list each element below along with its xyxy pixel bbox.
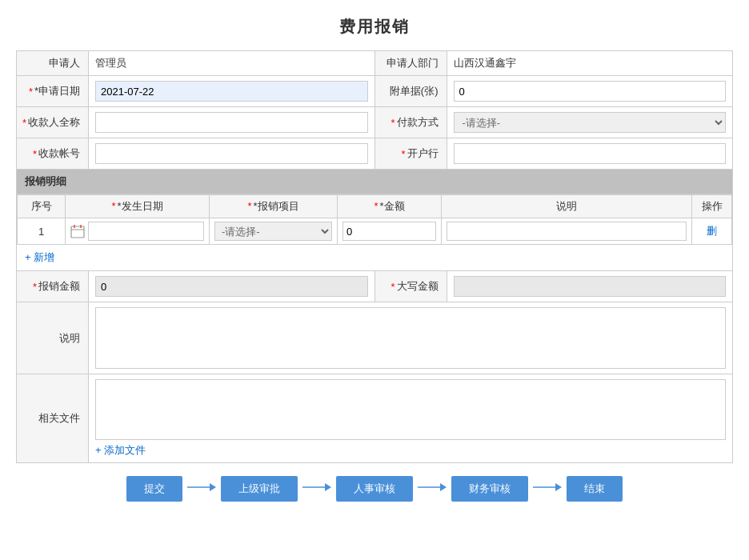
total-label: *报销金额 (17, 271, 89, 302)
table-header-row: 序号 **发生日期 **报销项目 **金额 说明 操作 (18, 195, 732, 218)
finance-review-button[interactable]: 财务审核 (451, 476, 528, 502)
row-account: *收款帐号 *开户行 (17, 138, 732, 170)
half-dept: 申请人部门 山西汉通鑫宇 (375, 51, 733, 75)
account-val[interactable] (89, 138, 374, 169)
uppercase-input[interactable] (454, 276, 727, 297)
file-value: + 添加文件 (89, 374, 732, 462)
col-remark: 说明 (442, 195, 692, 218)
dept-text: 山西汉通鑫宇 (454, 56, 516, 70)
applicant-label: 申请人 (17, 51, 89, 75)
arrow-4 (531, 479, 563, 499)
col-seq: 序号 (18, 195, 66, 218)
cell-date[interactable] (66, 218, 210, 245)
half-applicant: 申请人 管理员 (17, 51, 375, 75)
attachment-val[interactable] (447, 76, 733, 106)
submit-button[interactable]: 提交 (126, 476, 182, 502)
bank-label: *开户行 (375, 138, 447, 169)
payee-label: *收款人全称 (17, 107, 89, 138)
section-header-detail: 报销明细 (17, 170, 732, 194)
senior-review-button[interactable]: 上级审批 (221, 476, 298, 502)
date-val[interactable] (89, 76, 374, 106)
row-file: 相关文件 + 添加文件 (17, 374, 732, 462)
half-date: **申请日期 (17, 76, 375, 106)
remark-textarea[interactable] (95, 307, 726, 369)
date-input[interactable] (95, 81, 368, 102)
date-label: **申请日期 (17, 76, 89, 106)
cell-action[interactable]: 删 (692, 218, 732, 245)
col-item: **报销项目 (210, 195, 338, 218)
detail-table: 序号 **发生日期 **报销项目 **金额 说明 操作 1 (17, 194, 732, 245)
hr-review-button[interactable]: 人事审核 (336, 476, 413, 502)
half-attachment: 附单据(张) (375, 76, 733, 106)
add-row-bar: + 新增 (17, 245, 732, 271)
dept-value: 山西汉通鑫宇 (447, 51, 733, 75)
attachment-label: 附单据(张) (375, 76, 447, 106)
arrow-3 (416, 479, 448, 499)
half-payee: *收款人全称 (17, 107, 375, 138)
svg-marker-7 (325, 483, 331, 491)
col-action: 操作 (692, 195, 732, 218)
cell-amount[interactable] (338, 218, 442, 245)
col-date: **发生日期 (66, 195, 210, 218)
row-remark: 说明 (17, 302, 732, 374)
calendar-icon[interactable] (70, 224, 85, 238)
date-required-star: * (29, 86, 33, 98)
file-label: 相关文件 (17, 374, 89, 462)
file-area (95, 379, 726, 440)
arrow-2 (301, 479, 333, 499)
uppercase-label: *大写金额 (375, 271, 447, 302)
add-file-button[interactable]: + 添加文件 (95, 443, 726, 458)
bank-input[interactable] (454, 143, 727, 164)
arrow-1 (186, 479, 218, 499)
payee-input[interactable] (95, 112, 368, 133)
svg-marker-11 (555, 483, 562, 491)
row-item-select[interactable]: -请选择- 交通费 餐饮费 住宿费 办公用品 其他 (214, 222, 332, 241)
workflow-bar: 提交 上级审批 人事审核 财务审核 结束 (16, 463, 733, 508)
account-label: *收款帐号 (17, 138, 89, 169)
total-val[interactable] (89, 271, 374, 302)
payment-val[interactable]: -请选择- 现金 银行转账 支票 (447, 107, 733, 138)
row-amount-input[interactable] (342, 222, 436, 241)
row-date: **申请日期 附单据(张) (17, 76, 732, 107)
add-row-button[interactable]: + 新增 (17, 246, 62, 269)
end-button[interactable]: 结束 (567, 476, 623, 502)
svg-marker-5 (210, 483, 216, 491)
half-bank: *开户行 (375, 138, 733, 169)
row-applicant: 申请人 管理员 申请人部门 山西汉通鑫宇 (17, 51, 732, 76)
half-total: *报销金额 (17, 271, 375, 302)
col-amount: **金额 (338, 195, 442, 218)
cell-seq: 1 (18, 218, 66, 245)
remark-value[interactable] (89, 302, 732, 374)
applicant-value: 管理员 (89, 51, 374, 75)
dept-label: 申请人部门 (375, 51, 447, 75)
total-input[interactable] (95, 276, 368, 297)
expense-form: 申请人 管理员 申请人部门 山西汉通鑫宇 **申请日期 附单据(张) (16, 50, 733, 463)
page-title: 费用报销 (339, 16, 410, 38)
payee-val[interactable] (89, 107, 374, 138)
remark-label: 说明 (17, 302, 89, 374)
cell-item[interactable]: -请选择- 交通费 餐饮费 住宿费 办公用品 其他 (210, 218, 338, 245)
row-payee: *收款人全称 *付款方式 -请选择- 现金 银行转账 支票 (17, 107, 732, 138)
row-summary: *报销金额 *大写金额 (17, 271, 732, 302)
account-input[interactable] (95, 143, 368, 164)
uppercase-val[interactable] (447, 271, 733, 302)
table-row: 1 (18, 218, 732, 245)
svg-rect-0 (71, 226, 84, 238)
payment-label: *付款方式 (375, 107, 447, 138)
row-date-input[interactable] (88, 222, 204, 241)
delete-row-button[interactable]: 删 (707, 225, 717, 237)
date-cell-wrapper (70, 222, 204, 241)
cell-remark[interactable] (442, 218, 692, 245)
applicant-text: 管理员 (95, 56, 126, 70)
attachment-input[interactable] (454, 81, 727, 102)
row-remark-input[interactable] (447, 222, 687, 241)
half-uppercase: *大写金额 (375, 271, 733, 302)
payment-select[interactable]: -请选择- 现金 银行转账 支票 (454, 112, 727, 133)
half-payment: *付款方式 -请选择- 现金 银行转账 支票 (375, 107, 733, 138)
bank-val[interactable] (447, 138, 733, 169)
svg-marker-9 (440, 483, 447, 491)
half-account: *收款帐号 (17, 138, 375, 169)
